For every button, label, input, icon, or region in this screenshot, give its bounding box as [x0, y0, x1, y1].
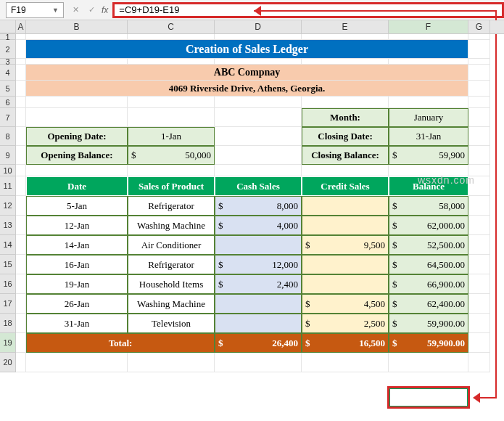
cell-date[interactable]: 26-Jan: [26, 294, 128, 314]
cell-product[interactable]: Washing Machine: [128, 294, 215, 314]
close-bal-value[interactable]: $59,900: [389, 146, 468, 165]
row-header[interactable]: 7: [0, 108, 16, 127]
cell-balance[interactable]: $59,900.00: [389, 314, 468, 333]
cell-cash[interactable]: $4,000: [215, 216, 302, 235]
fx-icon[interactable]: fx: [102, 5, 108, 15]
cell-credit[interactable]: [302, 196, 389, 216]
table-row: 16-JanRefrigerator$12,000$64,500.00: [16, 255, 504, 274]
cell-credit[interactable]: $2,500: [302, 314, 389, 333]
row-header[interactable]: 8: [0, 127, 16, 146]
cell-date[interactable]: 5-Jan: [26, 196, 128, 216]
row-header[interactable]: 6: [0, 97, 16, 108]
row-header[interactable]: 4: [0, 65, 16, 81]
open-date-value[interactable]: 1-Jan: [128, 127, 215, 146]
row-header[interactable]: 17: [0, 294, 16, 314]
title-cell[interactable]: Creation of Sales Ledger: [26, 40, 468, 59]
col-header-d[interactable]: D: [215, 20, 302, 33]
close-date-label[interactable]: Closing Date:: [302, 127, 389, 146]
cells-area[interactable]: Creation of Sales Ledger ABC Compnay 406…: [16, 34, 504, 372]
col-header-c[interactable]: C: [128, 20, 215, 33]
row-header[interactable]: 19: [0, 333, 16, 353]
cell-product[interactable]: Household Items: [128, 274, 215, 294]
cell-balance[interactable]: $62,000.00: [389, 216, 468, 235]
row-header[interactable]: 5: [0, 81, 16, 97]
total-credit[interactable]: $16,500: [302, 333, 389, 353]
col-header-g[interactable]: G: [468, 20, 490, 33]
cell-balance[interactable]: $58,000: [389, 196, 468, 216]
company-name[interactable]: ABC Compnay: [26, 65, 468, 81]
row-header[interactable]: 20: [0, 353, 16, 372]
cell-date[interactable]: 19-Jan: [26, 274, 128, 294]
col-header-a[interactable]: A: [16, 20, 26, 33]
row-header[interactable]: 9: [0, 146, 16, 165]
th-bal[interactable]: Balance: [389, 176, 468, 196]
total-bal[interactable]: $59,900.00: [389, 333, 468, 353]
cell-credit[interactable]: $4,500: [302, 294, 389, 314]
name-box-value: F19: [11, 5, 26, 15]
cell-credit[interactable]: [302, 255, 389, 274]
cell-cash[interactable]: $12,000: [215, 255, 302, 274]
cell-credit[interactable]: [302, 274, 389, 294]
open-date-label[interactable]: Opening Date:: [26, 127, 128, 146]
cell-product[interactable]: Refrigerator: [128, 196, 215, 216]
row-header[interactable]: 14: [0, 235, 16, 255]
company-addr[interactable]: 4069 Riverside Drive, Athens, Georgia.: [26, 81, 468, 97]
cell-cash[interactable]: $2,400: [215, 274, 302, 294]
th-date[interactable]: Date: [26, 176, 128, 196]
row-header[interactable]: 11: [0, 176, 16, 196]
cell-cash[interactable]: $8,000: [215, 196, 302, 216]
select-all-corner[interactable]: [0, 20, 16, 33]
cell-cash[interactable]: [215, 314, 302, 333]
row-header[interactable]: 13: [0, 216, 16, 235]
row-header[interactable]: 16: [0, 274, 16, 294]
row-header[interactable]: 1: [0, 34, 16, 40]
row-header[interactable]: 15: [0, 255, 16, 274]
col-header-b[interactable]: B: [26, 20, 128, 33]
name-box[interactable]: F19 ▼: [6, 2, 64, 18]
th-prod[interactable]: Sales of Product: [128, 176, 215, 196]
cell-balance[interactable]: $66,900.00: [389, 274, 468, 294]
formula-controls: ✕ ✓ fx: [70, 5, 108, 15]
table-row: 12-JanWashing Machine$4,000$62,000.00: [16, 216, 504, 235]
chevron-down-icon[interactable]: ▼: [52, 7, 59, 14]
row-header[interactable]: 12: [0, 196, 16, 216]
cell-balance[interactable]: $64,500.00: [389, 255, 468, 274]
cell-balance[interactable]: $62,400.00: [389, 294, 468, 314]
cell-cash[interactable]: [215, 294, 302, 314]
col-header-e[interactable]: E: [302, 20, 389, 33]
cell-credit[interactable]: $9,500: [302, 235, 389, 255]
open-bal-value[interactable]: $50,000: [128, 146, 215, 165]
total-cash[interactable]: $26,400: [215, 333, 302, 353]
row-header[interactable]: 2: [0, 40, 16, 59]
spreadsheet-grid: A B C D E F G 1 2 3 4 5 6 7 8 9 10 11 12…: [0, 20, 504, 372]
th-cash[interactable]: Cash Sales: [215, 176, 302, 196]
check-icon[interactable]: ✓: [86, 5, 97, 15]
th-credit[interactable]: Credit Sales: [302, 176, 389, 196]
table-row: 31-JanTelevision$2,500$59,900.00: [16, 314, 504, 333]
selection-outline: [389, 388, 468, 407]
row-header[interactable]: 18: [0, 314, 16, 333]
cell-product[interactable]: Television: [128, 314, 215, 333]
cell-product[interactable]: Washing Machine: [128, 216, 215, 235]
cell-credit[interactable]: [302, 216, 389, 235]
month-label[interactable]: Month:: [302, 108, 389, 127]
cell-cash[interactable]: [215, 235, 302, 255]
cell-date[interactable]: 14-Jan: [26, 235, 128, 255]
month-value[interactable]: January: [389, 108, 468, 127]
cell-product[interactable]: Air Conditioner: [128, 235, 215, 255]
row-header[interactable]: 10: [0, 165, 16, 176]
row-header[interactable]: 3: [0, 59, 16, 65]
total-label[interactable]: Total:: [26, 333, 215, 353]
close-date-value[interactable]: 31-Jan: [389, 127, 468, 146]
col-header-f[interactable]: F: [389, 20, 468, 33]
column-headers: A B C D E F G: [0, 20, 504, 34]
cell-date[interactable]: 31-Jan: [26, 314, 128, 333]
table-row: 14-JanAir Conditioner$9,500$52,500.00: [16, 235, 504, 255]
cancel-icon[interactable]: ✕: [70, 5, 81, 15]
cell-balance[interactable]: $52,500.00: [389, 235, 468, 255]
cell-date[interactable]: 16-Jan: [26, 255, 128, 274]
cell-product[interactable]: Refrigerator: [128, 255, 215, 274]
close-bal-label[interactable]: Closing Balance:: [302, 146, 389, 165]
cell-date[interactable]: 12-Jan: [26, 216, 128, 235]
open-bal-label[interactable]: Opening Balance:: [26, 146, 128, 165]
